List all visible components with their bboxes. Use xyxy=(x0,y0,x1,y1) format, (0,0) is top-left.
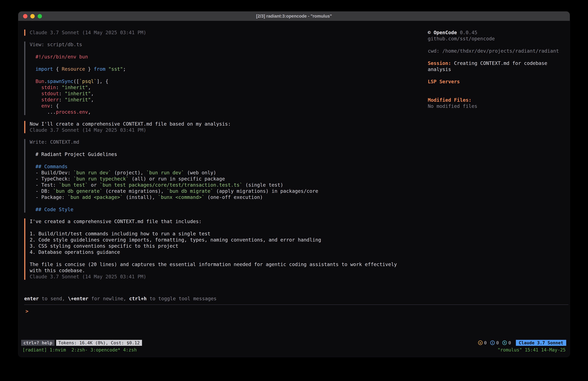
info-count: 0 xyxy=(496,340,499,345)
assistant-summary-block: I've created a comprehensive CONTEXT.md … xyxy=(24,218,428,280)
session-info: Session: Creating CONTEXT.md for codebas… xyxy=(428,60,563,72)
assistant-summary-text: I've created a comprehensive CONTEXT.md … xyxy=(30,218,428,274)
assistant-message-block: Now I'll create a comprehensive CONTEXT.… xyxy=(24,121,428,133)
modified-files-empty: No modified files xyxy=(428,103,563,109)
tool-write-block: Write: CONTEXT.md # Radiant Project Guid… xyxy=(24,139,428,213)
tmux-status-bar: [radiant] 1:nvim 2:zsh- 3:opencode* 4:zs… xyxy=(18,346,570,353)
close-button[interactable] xyxy=(23,14,27,18)
prompt-input[interactable]: > xyxy=(24,304,568,339)
app-name: OpenCode xyxy=(434,30,457,35)
sidebar: © OpenCode 0.0.45 github.com/sst/opencod… xyxy=(428,29,563,295)
tokens-cost-chip: Tokens: 16.4K (8%), Cost: $0.12 xyxy=(56,340,142,346)
traffic-lights xyxy=(23,11,42,21)
tmux-windows[interactable]: [radiant] 1:nvim 2:zsh- 3:opencode* 4:zs… xyxy=(22,347,137,353)
lsp-servers-header: LSP Servers xyxy=(428,79,563,85)
tool-write-label: Write: CONTEXT.md xyxy=(30,139,428,145)
model-chip[interactable]: Claude 3.7 Sonnet xyxy=(516,340,566,346)
opencode-logo-icon: © xyxy=(428,30,431,35)
titlebar[interactable]: [2/3] radiant:3:opencode - "romulus" xyxy=(18,11,570,21)
warning-icon: w xyxy=(478,340,483,345)
app-version: 0.0.45 xyxy=(460,30,477,35)
message-timestamp: Claude 3.7 Sonnet (14 May 2025 03:41 PM) xyxy=(30,127,428,133)
message-timestamp: Claude 3.7 Sonnet (14 May 2025 03:41 PM) xyxy=(30,29,428,36)
session-label: Session: xyxy=(428,60,451,66)
diagnostics-hints: h 0 xyxy=(502,340,511,345)
status-bar: ctrl+? help Tokens: 16.4K (8%), Cost: $0… xyxy=(18,339,570,346)
main-row: Claude 3.7 Sonnet (14 May 2025 03:41 PM)… xyxy=(18,21,570,295)
assistant-timestamp-block: Claude 3.7 Sonnet (14 May 2025 03:41 PM) xyxy=(24,29,428,36)
assistant-message-text: Now I'll create a comprehensive CONTEXT.… xyxy=(30,121,428,127)
modified-files-header: Modified Files: xyxy=(428,97,563,103)
help-chip[interactable]: ctrl+? help xyxy=(21,340,55,346)
message-timestamp: Claude 3.7 Sonnet (14 May 2025 03:41 PM) xyxy=(30,274,428,280)
hint-count: 0 xyxy=(508,340,511,345)
diagnostics-info: i 0 xyxy=(490,340,499,345)
terminal-window: [2/3] radiant:3:opencode - "romulus" Cla… xyxy=(18,11,570,357)
diagnostics-warnings: w 0 xyxy=(478,340,487,345)
tool-view-label: View: script/db.ts xyxy=(30,42,428,48)
repo-link: github.com/sst/opencode xyxy=(428,36,563,42)
prompt-caret: > xyxy=(25,308,28,314)
minimize-button[interactable] xyxy=(30,14,35,18)
cwd-path: cwd: /home/thdxr/dev/projects/radiant/ra… xyxy=(428,48,563,54)
code-block-db-ts: #!/usr/bin/env bun import { Resource } f… xyxy=(36,54,428,115)
app-header: © OpenCode 0.0.45 xyxy=(428,29,563,36)
code-block-context-md: # Radiant Project Guidelines ## Commands… xyxy=(36,151,428,213)
tmux-host-clock: "romulus" 15:41 14-May-25 xyxy=(498,347,566,353)
chat-area[interactable]: Claude 3.7 Sonnet (14 May 2025 03:41 PM)… xyxy=(24,29,428,295)
terminal-content: Claude 3.7 Sonnet (14 May 2025 03:41 PM)… xyxy=(18,21,570,357)
zoom-button[interactable] xyxy=(38,14,42,18)
keybind-help: enter to send, \+enter for newline, ctrl… xyxy=(24,295,563,302)
window-title: [2/3] radiant:3:opencode - "romulus" xyxy=(256,14,332,19)
warning-count: 0 xyxy=(484,340,487,345)
tool-view-block: View: script/db.ts #!/usr/bin/env bun im… xyxy=(24,42,428,115)
hint-icon: h xyxy=(502,340,507,345)
info-icon: i xyxy=(490,340,495,345)
